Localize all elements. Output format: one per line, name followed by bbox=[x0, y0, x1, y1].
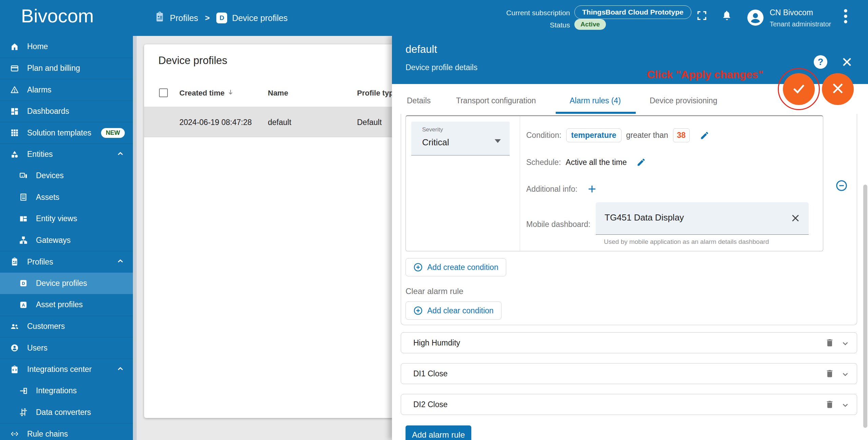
breadcrumb-device-profiles-label: Device profiles bbox=[232, 13, 288, 23]
subscription-pill[interactable]: ThingsBoard Cloud Prototype bbox=[574, 5, 691, 19]
panel-scrollbar[interactable] bbox=[863, 185, 867, 428]
edit-condition-button[interactable] bbox=[700, 131, 709, 140]
sidebar-item-data-converters[interactable]: Data converters bbox=[0, 402, 133, 423]
mobile-dashboard-value: TG451 Data Display bbox=[605, 212, 684, 223]
sidebar-item-home[interactable]: Home bbox=[0, 36, 133, 58]
notifications-button[interactable] bbox=[720, 9, 734, 23]
screen: Bivocom Profiles > D Device profiles Cur… bbox=[0, 0, 868, 440]
sidebar-item-devices[interactable]: Devices bbox=[0, 165, 133, 187]
more-menu-button[interactable] bbox=[839, 10, 852, 24]
schedule-label: Schedule: bbox=[526, 158, 561, 167]
add-create-condition-button[interactable]: Add create condition bbox=[406, 258, 506, 276]
sidebar-item-label: Data converters bbox=[36, 408, 91, 417]
alarm-rule-name: DI1 Close bbox=[413, 369, 448, 378]
alarms-icon bbox=[10, 85, 22, 94]
tab-device-provisioning[interactable]: Device provisioning bbox=[650, 96, 717, 105]
dashboards-icon bbox=[10, 107, 22, 116]
column-header-name[interactable]: Name bbox=[268, 89, 288, 98]
breadcrumb-profiles[interactable]: Profiles bbox=[154, 12, 198, 24]
add-alarm-rule-button[interactable]: Add alarm rule bbox=[406, 425, 471, 440]
tab-transport-configuration[interactable]: Transport configuration bbox=[456, 96, 536, 105]
user-name: CN Bivocom bbox=[770, 8, 831, 17]
expand-rule-button[interactable] bbox=[841, 370, 850, 380]
clear-mobile-dashboard-button[interactable] bbox=[790, 213, 801, 223]
device-profile-icon: D bbox=[216, 13, 227, 23]
column-header-profile-type[interactable]: Profile type bbox=[357, 89, 394, 98]
add-clear-condition-button[interactable]: Add clear condition bbox=[406, 301, 501, 320]
column-header-created-time[interactable]: Created time bbox=[179, 89, 234, 98]
sidebar-item-asset-profiles[interactable]: AAsset profiles bbox=[0, 294, 133, 316]
delete-rule-button[interactable] bbox=[825, 369, 834, 380]
alarm-rule-card-di1-close[interactable]: DI1 Close bbox=[401, 363, 857, 384]
data-converters-icon bbox=[19, 408, 31, 417]
alarm-rules-content: Severity Critical Condition: temperature… bbox=[392, 114, 868, 440]
delete-rule-button[interactable] bbox=[825, 338, 834, 349]
rule-chains-icon bbox=[10, 429, 22, 438]
tab-details[interactable]: Details bbox=[407, 96, 431, 105]
sidebar-item-label: Rule chains bbox=[27, 429, 68, 439]
sidebar-nav: HomePlan and billingAlarmsDashboardsSolu… bbox=[0, 36, 133, 440]
current-subscription-label: Current subscription bbox=[496, 9, 570, 17]
discard-changes-button[interactable] bbox=[822, 73, 854, 105]
sidebar-item-entity-views[interactable]: Entity views bbox=[0, 208, 133, 230]
help-button[interactable]: ? bbox=[814, 55, 827, 69]
dropdown-arrow-icon bbox=[495, 139, 501, 143]
clear-alarm-rule-label: Clear alarm rule bbox=[406, 287, 463, 296]
sidebar-item-profiles[interactable]: Profiles bbox=[0, 251, 133, 273]
sidebar-item-label: Solution templates bbox=[27, 128, 91, 138]
svg-text:A: A bbox=[22, 302, 25, 308]
sidebar-item-users[interactable]: Users bbox=[0, 337, 133, 359]
schedule-row: Schedule: Active all the time bbox=[526, 158, 646, 167]
mobile-dashboard-field[interactable]: TG451 Data Display bbox=[596, 202, 809, 235]
sidebar-item-solution-templates[interactable]: Solution templatesNEW bbox=[0, 122, 133, 144]
card-divider bbox=[520, 116, 520, 251]
panel-title: default bbox=[406, 43, 437, 56]
tab-alarm-rules[interactable]: Alarm rules (4) bbox=[570, 96, 621, 105]
alarm-rule-card-high-humdity[interactable]: High Humdity bbox=[401, 332, 857, 353]
sidebar-item-assets[interactable]: Assets bbox=[0, 187, 133, 208]
chevron-up-icon bbox=[116, 149, 125, 160]
home-icon bbox=[10, 42, 22, 51]
expand-rule-button[interactable] bbox=[841, 339, 850, 350]
sidebar-item-plan-and-billing[interactable]: Plan and billing bbox=[0, 58, 133, 79]
sidebar-item-device-profiles[interactable]: DDevice profiles bbox=[0, 273, 133, 294]
breadcrumb-device-profiles[interactable]: D Device profiles bbox=[216, 13, 288, 23]
mobile-dashboard-hint: Used by mobile application as an alarm d… bbox=[604, 238, 769, 246]
delete-rule-button[interactable] bbox=[825, 400, 834, 411]
templates-icon bbox=[10, 128, 22, 137]
alarm-rule-card-di2-close[interactable]: DI2 Close bbox=[401, 394, 857, 415]
expand-rule-button[interactable] bbox=[841, 400, 850, 411]
device-profiles-table-card: Device profiles Created time Name Profil… bbox=[144, 44, 394, 418]
billing-icon bbox=[10, 64, 22, 73]
select-all-checkbox[interactable] bbox=[159, 88, 168, 97]
sidebar-item-alarms[interactable]: Alarms bbox=[0, 79, 133, 101]
close-panel-button[interactable] bbox=[841, 56, 853, 68]
schedule-value: Active all the time bbox=[566, 158, 627, 167]
edit-schedule-button[interactable] bbox=[636, 158, 646, 167]
sidebar-item-entities[interactable]: Entities bbox=[0, 144, 133, 165]
assets-icon bbox=[19, 193, 31, 202]
sidebar-item-rule-chains[interactable]: Rule chains bbox=[0, 423, 133, 440]
table-row[interactable]: 2024-06-19 08:47:28 default Default bbox=[144, 107, 394, 137]
devices-icon bbox=[19, 171, 31, 180]
sidebar-item-dashboards[interactable]: Dashboards bbox=[0, 101, 133, 122]
condition-key-chip: temperature bbox=[566, 128, 622, 142]
add-additional-info-button[interactable] bbox=[587, 184, 597, 194]
sidebar-item-gateways[interactable]: Gateways bbox=[0, 230, 133, 251]
sidebar-scrollbar[interactable] bbox=[133, 36, 137, 440]
sidebar-item-customers[interactable]: Customers bbox=[0, 316, 133, 337]
sidebar-item-integrations-center[interactable]: Integrations center bbox=[0, 359, 133, 380]
sidebar-item-integrations[interactable]: Integrations bbox=[0, 380, 133, 402]
user-block[interactable]: CN Bivocom Tenant administrator bbox=[770, 8, 831, 28]
fullscreen-button[interactable] bbox=[695, 9, 709, 23]
additional-info-row: Additional info: bbox=[526, 184, 597, 194]
avatar[interactable] bbox=[747, 9, 764, 26]
breadcrumb-profiles-label: Profiles bbox=[170, 13, 198, 23]
severity-value: Critical bbox=[422, 137, 449, 148]
sidebar-item-label: Alarms bbox=[27, 85, 52, 95]
chevron-up-icon bbox=[116, 257, 125, 267]
sidebar-item-label: Dashboards bbox=[27, 107, 69, 116]
sidebar-item-label: Integrations bbox=[36, 386, 77, 395]
severity-select[interactable]: Severity Critical bbox=[411, 122, 510, 155]
remove-condition-button[interactable] bbox=[835, 180, 848, 193]
